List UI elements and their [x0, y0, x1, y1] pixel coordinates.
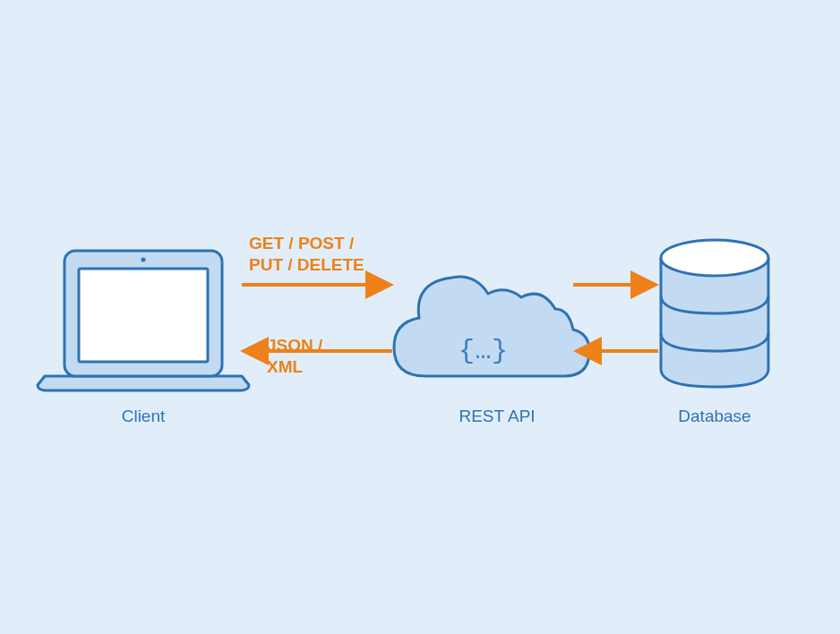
client-label: Client [99, 407, 188, 426]
architecture-diagram: Client REST API Database {…} GET / POST … [0, 0, 840, 634]
laptop-icon [38, 251, 249, 390]
database-icon [661, 240, 768, 387]
svg-point-3 [661, 240, 768, 276]
braces-icon: {…} [459, 336, 509, 366]
database-label: Database [670, 407, 759, 426]
svg-rect-1 [79, 269, 208, 362]
api-label: REST API [452, 407, 542, 426]
request-methods-label: GET / POST / PUT / DELETE [249, 233, 364, 276]
response-formats-label: JSON / XML [267, 335, 322, 378]
diagram-canvas [0, 0, 840, 634]
svg-point-2 [141, 258, 146, 262]
